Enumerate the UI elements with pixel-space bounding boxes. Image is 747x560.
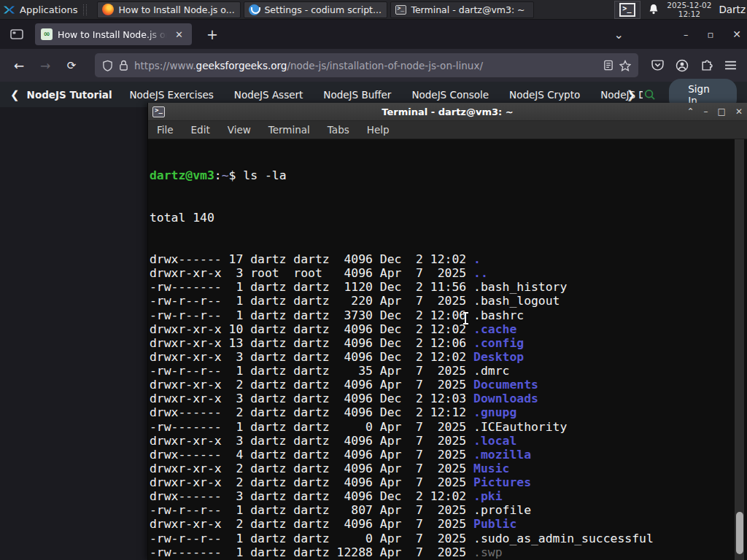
pocket-icon[interactable]: [651, 59, 664, 71]
terminal-menu-tabs[interactable]: Tabs: [328, 124, 349, 136]
file-name: .: [473, 252, 481, 266]
taskbar-window-title: Settings - codium script...: [264, 4, 381, 15]
reload-button[interactable]: ⟳: [60, 55, 83, 77]
file-row: -rw-r--r-- 1 dartz dartz 35 Apr 7 2025 .…: [150, 364, 747, 378]
navigation-toolbar: ← → ⟳ https://www.geeksforgeeks.org/node…: [0, 49, 747, 82]
file-name: .dmrc: [473, 364, 509, 378]
file-row: -rw-r--r-- 1 dartz dartz 220 Apr 7 2025 …: [150, 294, 747, 308]
forward-button[interactable]: →: [34, 55, 57, 77]
terminal-menubar: FileEditViewTerminalTabsHelp: [148, 121, 747, 139]
terminal-menu-view[interactable]: View: [228, 124, 251, 136]
list-all-tabs-button[interactable]: ⌄: [614, 28, 624, 42]
terminal-icon: [619, 3, 635, 17]
prompt-userhost: dartz@vm3: [150, 168, 214, 182]
taskbar-window-codium[interactable]: Settings - codium script...: [244, 1, 387, 18]
file-name: Public: [473, 517, 516, 531]
firefox-view-icon: [10, 28, 23, 40]
file-name: .ICEauthority: [473, 420, 567, 434]
codium-icon: [249, 4, 260, 15]
tab-active[interactable]: ∞ How to Install Node.js on ✕: [35, 23, 192, 45]
tab-close-icon[interactable]: ✕: [172, 28, 186, 41]
back-button[interactable]: ←: [7, 55, 31, 77]
terminal-minimize-button[interactable]: –: [704, 106, 708, 117]
file-name: .bash_logout: [473, 294, 560, 308]
file-row: -rw-r--r-- 1 dartz dartz 0 Apr 7 2025 .s…: [150, 532, 747, 545]
subnav-item-nodejs-exercises[interactable]: NodeJS Exercises: [130, 89, 214, 101]
taskbar-window-terminal[interactable]: Terminal - dartz@vm3: ~: [390, 1, 534, 18]
firefox-icon: [102, 4, 114, 15]
terminal-titlebar[interactable]: Terminal - dartz@vm3: ~ ⌃ – □ ✕: [148, 103, 747, 121]
desktop: Applications How to Install Node.js o...…: [0, 0, 747, 560]
file-row: drwx------ 4 dartz dartz 4096 Apr 7 2025…: [150, 448, 747, 462]
file-name: ..: [473, 266, 488, 280]
terminal-icon: [395, 5, 406, 15]
subnav-item-nodejs-console[interactable]: NodeJS Console: [411, 89, 489, 101]
toolbar-extensions-area: [651, 59, 737, 72]
lock-icon[interactable]: [119, 60, 128, 71]
file-name: .gnupg: [473, 405, 516, 419]
file-name: .profile: [473, 503, 531, 517]
geeksforgeeks-favicon: ∞: [41, 28, 53, 40]
terminal-content[interactable]: dartz@vm3:~$ ls -la total 140 drwx------…: [148, 139, 747, 560]
mouse-ibeam-cursor: [462, 312, 469, 324]
terminal-maximize-button[interactable]: □: [718, 106, 726, 117]
tray-terminal-launcher[interactable]: [614, 1, 640, 19]
window-maximize-button[interactable]: ▫: [707, 29, 713, 40]
subnav-items: NodeJS TutorialNodeJS ExercisesNodeJS As…: [27, 89, 643, 101]
subnav-item-nodejs-buffer[interactable]: NodeJS Buffer: [323, 89, 391, 101]
file-row: -rw------- 1 dartz dartz 0 Apr 7 2025 .I…: [150, 420, 747, 434]
total-line: total 140: [150, 211, 747, 225]
terminal-menu-edit[interactable]: Edit: [191, 124, 210, 136]
file-name: .sudo_as_admin_successful: [473, 532, 654, 545]
bookmark-star-icon[interactable]: [619, 60, 631, 71]
search-icon[interactable]: [644, 88, 656, 101]
terminal-window: Terminal - dartz@vm3: ~ ⌃ – □ ✕ FileEdit…: [147, 103, 747, 560]
window-close-button[interactable]: ✕: [732, 28, 741, 40]
terminal-scrollbar-thumb[interactable]: [736, 512, 743, 554]
file-name: .bashrc: [473, 308, 524, 322]
new-tab-button[interactable]: +: [201, 26, 224, 42]
top-panel: Applications How to Install Node.js o...…: [0, 0, 747, 20]
file-name: .swp: [473, 545, 502, 559]
terminal-menu-terminal[interactable]: Terminal: [268, 124, 310, 136]
panel-clock[interactable]: 2025-12-02 12:12: [667, 1, 711, 18]
file-row: drwxr-xr-x 3 root root 4096 Apr 7 2025 .…: [150, 266, 747, 280]
file-row: -rw------- 1 dartz dartz 12288 Apr 7 202…: [150, 545, 747, 559]
subnav-item-nodejs-tutorial[interactable]: NodeJS Tutorial: [27, 89, 112, 101]
clock-date: 2025-12-02: [667, 1, 711, 9]
url-bar[interactable]: https://www.geeksforgeeks.org/node-js/in…: [95, 53, 638, 77]
file-row: -rw------- 1 dartz dartz 1120 Dec 2 11:5…: [150, 280, 747, 294]
taskbar-window-firefox[interactable]: How to Install Node.js o...: [97, 1, 241, 18]
terminal-close-button[interactable]: ✕: [735, 106, 743, 117]
panel-user-menu[interactable]: Dartz: [719, 4, 746, 15]
applications-menu-button[interactable]: Applications: [0, 0, 97, 19]
terminal-menu-help[interactable]: Help: [367, 124, 390, 136]
nav-more-chevron-icon[interactable]: ❯: [627, 88, 636, 101]
terminal-output: dartz@vm3:~$ ls -la total 140 drwx------…: [148, 139, 747, 560]
terminal-title: Terminal - dartz@vm3: ~: [148, 106, 747, 117]
terminal-scrollbar[interactable]: [735, 139, 744, 560]
reader-mode-icon[interactable]: [603, 60, 614, 71]
applications-icon: [3, 4, 15, 15]
subnav-item-nodejs-assert[interactable]: NodeJS Assert: [234, 89, 303, 101]
subnav-item-nodejs-crypto[interactable]: NodeJS Crypto: [509, 89, 580, 101]
menu-icon[interactable]: [724, 60, 737, 71]
account-icon[interactable]: [676, 59, 689, 72]
nav-back-chevron-icon[interactable]: ❮: [10, 88, 20, 101]
terminal-shade-button[interactable]: ⌃: [687, 106, 694, 117]
tracking-protection-shield-icon[interactable]: [102, 60, 113, 71]
file-row: drwx------ 3 dartz dartz 4096 Dec 2 12:0…: [150, 489, 747, 503]
firefox-view-button[interactable]: [6, 25, 28, 44]
file-name: .config: [473, 336, 524, 350]
notification-bell-icon[interactable]: [648, 4, 659, 15]
file-listing: drwx------ 17 dartz dartz 4096 Dec 2 12:…: [150, 252, 747, 560]
terminal-icon: [152, 106, 165, 117]
extension-icon[interactable]: [700, 59, 713, 71]
file-row: drwxr-xr-x 2 dartz dartz 4096 Apr 7 2025…: [150, 462, 747, 475]
subnav-item-nodejs-dns[interactable]: NodeJS DNS: [600, 89, 643, 101]
window-minimize-button[interactable]: –: [684, 29, 689, 40]
url-text: https://www.geeksforgeeks.org/node-js/in…: [134, 60, 597, 71]
terminal-menu-file[interactable]: File: [157, 124, 174, 136]
file-name: Music: [473, 462, 509, 475]
file-name: Documents: [473, 378, 538, 392]
